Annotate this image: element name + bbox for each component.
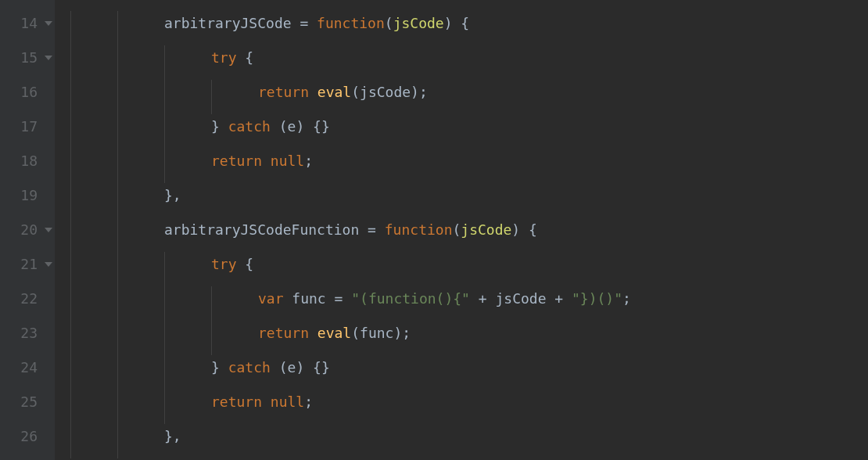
code-token: ( [385, 15, 393, 31]
code-token: }, [164, 428, 181, 444]
code-line[interactable]: } catch (e) {} [70, 110, 868, 144]
code-line[interactable]: var func = "(function(){" + jsCode + "})… [70, 282, 868, 316]
code-token: arbitraryJSCode [164, 15, 299, 31]
code-token: ( [452, 221, 461, 238]
code-token: null [271, 394, 304, 410]
line-number[interactable]: 26 [0, 419, 55, 454]
code-token: (e) {} [271, 359, 330, 376]
code-token: }, [164, 187, 181, 203]
code-token: = [299, 15, 317, 31]
code-line[interactable]: arbitraryJSCodeFunction = function(jsCod… [70, 213, 868, 247]
code-token: return [258, 84, 317, 100]
fold-toggle-icon[interactable] [45, 21, 52, 26]
code-token: func [284, 290, 335, 307]
code-token: jsCode [461, 221, 511, 238]
fold-toggle-icon[interactable] [45, 56, 52, 60]
code-token: var [258, 290, 284, 307]
code-line[interactable]: return null; [70, 385, 868, 419]
code-line[interactable]: }, [70, 419, 868, 454]
line-number[interactable]: 18 [0, 144, 55, 178]
code-line[interactable]: try { [70, 41, 868, 75]
code-token: ) { [511, 221, 537, 238]
code-token: function [317, 15, 385, 31]
line-number[interactable]: 22 [0, 282, 55, 316]
code-token: (e) {} [271, 118, 330, 135]
code-token: = [335, 290, 352, 307]
code-token: (jsCode); [351, 84, 428, 100]
code-token: return [211, 394, 271, 410]
code-token: + jsCode + [470, 290, 572, 307]
code-line[interactable]: }, [70, 178, 868, 213]
code-token: null [271, 153, 304, 169]
line-number[interactable]: 19 [0, 178, 55, 213]
line-number-gutter: 14151617181920212223242526 [0, 0, 55, 460]
code-token: catch [228, 118, 271, 135]
code-token: function [385, 221, 453, 238]
code-token: ; [622, 290, 631, 307]
line-number[interactable]: 25 [0, 385, 55, 419]
fold-toggle-icon[interactable] [45, 228, 52, 232]
code-token: ) { [444, 15, 470, 31]
line-number[interactable]: 17 [0, 110, 55, 144]
code-token: return [211, 153, 271, 169]
code-line[interactable]: try { [70, 247, 868, 282]
code-line[interactable]: } catch (e) {} [70, 350, 868, 385]
line-number[interactable]: 24 [0, 350, 55, 385]
line-number[interactable]: 16 [0, 75, 55, 110]
code-token: catch [228, 359, 271, 376]
code-line[interactable]: return eval(func); [70, 316, 868, 350]
code-token: "})()" [572, 290, 622, 307]
code-line[interactable]: return eval(jsCode); [70, 75, 868, 110]
code-token: } [211, 359, 228, 376]
code-token: ; [304, 153, 313, 169]
code-token: try [211, 49, 237, 66]
code-token: ; [304, 394, 313, 410]
code-token: eval [317, 325, 351, 341]
code-token: } [211, 118, 228, 135]
line-number[interactable]: 20 [0, 213, 55, 247]
line-number[interactable]: 14 [0, 6, 55, 41]
code-token: try [211, 256, 237, 272]
line-number[interactable]: 21 [0, 247, 55, 282]
code-token: arbitraryJSCodeFunction [164, 221, 368, 238]
code-line[interactable]: arbitraryJSCode = function(jsCode) { [70, 6, 868, 41]
code-token: { [237, 256, 254, 272]
code-token: return [258, 325, 317, 341]
code-token: { [237, 49, 254, 66]
code-token: = [368, 221, 385, 238]
code-token: (func); [351, 325, 411, 341]
code-token: "(function(){" [351, 290, 470, 307]
code-token: eval [317, 84, 351, 100]
line-number[interactable]: 15 [0, 41, 55, 75]
code-editor-area[interactable]: arbitraryJSCode = function(jsCode) {try … [55, 0, 868, 460]
code-line[interactable]: return null; [70, 144, 868, 178]
fold-toggle-icon[interactable] [45, 262, 52, 267]
code-token: jsCode [393, 15, 444, 31]
line-number[interactable]: 23 [0, 316, 55, 350]
